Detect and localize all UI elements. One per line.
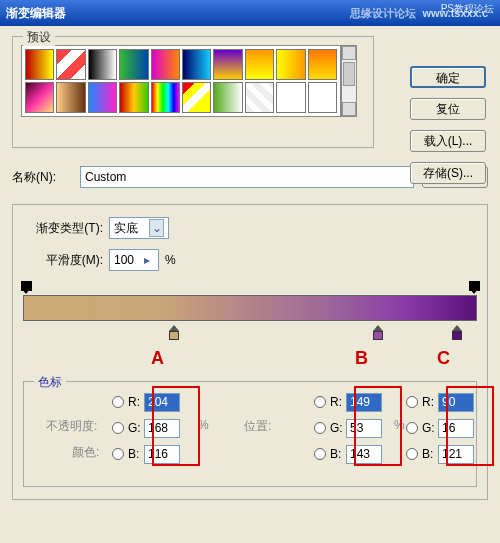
opacity-stop-right[interactable] <box>469 281 479 293</box>
preset-swatch[interactable] <box>25 82 54 113</box>
gradient-type-label: 渐变类型(T): <box>23 220 103 237</box>
ok-button[interactable]: 确定 <box>410 66 486 88</box>
preset-swatch[interactable] <box>88 49 117 80</box>
preset-swatch[interactable] <box>213 82 242 113</box>
value-r-c[interactable]: 90 <box>438 393 474 412</box>
radio-b-c[interactable] <box>406 448 418 460</box>
preset-swatch[interactable] <box>308 49 337 80</box>
value-b-c[interactable]: 121 <box>438 445 474 464</box>
opacity-param-label: 不透明度: <box>46 418 97 435</box>
value-b-b[interactable]: 143 <box>346 445 382 464</box>
rgb-col-c: R:90 G:16 B:121 <box>406 390 500 468</box>
color-stops-group: 色标 不透明度: 颜色: % 位置: % R:204 G:168 B:116 R… <box>23 381 477 487</box>
gradient-bar[interactable] <box>23 295 477 321</box>
marker-c: C <box>437 348 450 369</box>
marker-b: B <box>355 348 368 369</box>
radio-r-b[interactable] <box>314 396 326 408</box>
gradient-settings-group: 渐变类型(T): 实底 ⌄ 平滑度(M): 100 ▸ % <box>12 204 488 500</box>
titlebar: 渐变编辑器 思缘设计论坛 www.tsxxx.c <box>0 0 500 26</box>
presets-group: 预设 <box>12 36 374 148</box>
preset-swatch[interactable] <box>151 82 180 113</box>
scroll-down-icon[interactable] <box>342 102 356 116</box>
marker-a: A <box>151 348 164 369</box>
save-button[interactable]: 存储(S)... <box>410 162 486 184</box>
preset-swatch[interactable] <box>276 49 305 80</box>
smoothness-label: 平滑度(M): <box>23 252 103 269</box>
preset-swatch[interactable] <box>182 49 211 80</box>
preset-swatch[interactable] <box>88 82 117 113</box>
preset-swatch[interactable] <box>308 82 337 113</box>
play-icon: ▸ <box>140 253 154 267</box>
value-b-a[interactable]: 116 <box>144 445 180 464</box>
gradient-type-value: 实底 <box>114 220 138 237</box>
scroll-up-icon[interactable] <box>342 46 356 60</box>
radio-r-c[interactable] <box>406 396 418 408</box>
load-button[interactable]: 载入(L)... <box>410 130 486 152</box>
preset-swatch[interactable] <box>119 49 148 80</box>
radio-g-c[interactable] <box>406 422 418 434</box>
corner-watermark: PS教程论坛 <box>441 2 494 16</box>
watermark-1: 思缘设计论坛 <box>350 6 416 21</box>
button-column: 确定 复位 载入(L)... 存储(S)... <box>410 66 486 184</box>
value-r-b[interactable]: 149 <box>346 393 382 412</box>
stops-legend: 色标 <box>34 374 66 391</box>
gradient-editor[interactable] <box>23 281 477 341</box>
gradient-type-select[interactable]: 实底 ⌄ <box>109 217 169 239</box>
chevron-down-icon: ⌄ <box>149 219 164 237</box>
name-label: 名称(N): <box>12 169 72 186</box>
smoothness-unit: % <box>165 253 176 267</box>
preset-swatch[interactable] <box>245 49 274 80</box>
preset-grid <box>21 45 341 117</box>
value-r-a[interactable]: 204 <box>144 393 180 412</box>
preset-swatch[interactable] <box>182 82 211 113</box>
preset-swatch[interactable] <box>119 82 148 113</box>
smoothness-input[interactable]: 100 ▸ <box>109 249 159 271</box>
value-g-a[interactable]: 168 <box>144 419 180 438</box>
reset-button[interactable]: 复位 <box>410 98 486 120</box>
preset-swatch[interactable] <box>56 49 85 80</box>
preset-swatch[interactable] <box>245 82 274 113</box>
radio-g-b[interactable] <box>314 422 326 434</box>
radio-b-b[interactable] <box>314 448 326 460</box>
value-g-b[interactable]: 53 <box>346 419 382 438</box>
color-stop-b[interactable] <box>372 325 384 341</box>
window-title: 渐变编辑器 <box>6 5 350 22</box>
color-param-label: 颜色: <box>72 444 99 461</box>
radio-r-a[interactable] <box>112 396 124 408</box>
rgb-col-a: R:204 G:168 B:116 <box>112 390 220 468</box>
name-input[interactable] <box>80 166 414 188</box>
preset-scrollbar[interactable] <box>341 45 357 117</box>
radio-b-a[interactable] <box>112 448 124 460</box>
preset-swatch[interactable] <box>213 49 242 80</box>
preset-swatch[interactable] <box>56 82 85 113</box>
opacity-stop-left[interactable] <box>21 281 31 293</box>
value-g-c[interactable]: 16 <box>438 419 474 438</box>
radio-g-a[interactable] <box>112 422 124 434</box>
color-stop-c[interactable] <box>451 325 463 341</box>
presets-legend: 预设 <box>23 29 55 46</box>
preset-swatch[interactable] <box>276 82 305 113</box>
position-label-1: 位置: <box>244 418 271 435</box>
preset-swatch[interactable] <box>25 49 54 80</box>
scroll-thumb[interactable] <box>343 62 355 86</box>
preset-swatch[interactable] <box>151 49 180 80</box>
color-stop-a[interactable] <box>168 325 180 341</box>
